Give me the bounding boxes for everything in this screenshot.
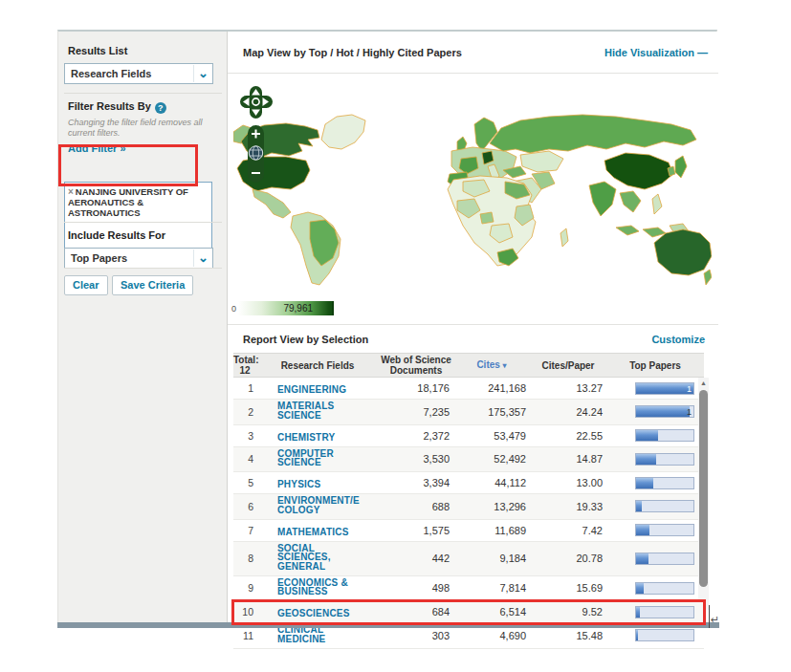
research-field-link[interactable]: MATERIALS SCIENCE xyxy=(277,401,334,420)
row-top-papers-cell xyxy=(606,629,704,641)
top-papers-bar xyxy=(635,477,694,489)
row-top-papers-cell xyxy=(606,453,704,466)
remove-filter-icon[interactable]: × xyxy=(68,186,74,197)
table-row: 9ECONOMICS & BUSINESS4987,81415.69 xyxy=(233,576,704,602)
save-criteria-button[interactable]: Save Criteria xyxy=(112,275,193,295)
top-papers-header: Top Papers xyxy=(606,360,704,371)
compass-pan-control xyxy=(240,86,273,119)
cursor-beam xyxy=(709,605,710,628)
row-cites-per-paper-value: 15.48 xyxy=(530,630,606,641)
divider xyxy=(228,324,718,325)
cites-sort-header[interactable]: Cites ▾ xyxy=(453,359,530,371)
zoom-control xyxy=(248,125,264,183)
row-top-papers-cell xyxy=(606,429,704,442)
top-papers-bar xyxy=(635,500,694,512)
row-cites-per-paper-value: 9.52 xyxy=(530,606,606,618)
scroll-up-icon[interactable]: ▲ xyxy=(698,379,709,386)
text-cursor-artifact: ↵ xyxy=(709,605,728,632)
research-fields-header: Research Fields xyxy=(256,360,379,371)
clear-button[interactable]: Clear xyxy=(64,275,108,295)
legend-min-label: 0 xyxy=(231,304,236,314)
research-field-link[interactable]: CHEMISTRY xyxy=(277,433,335,443)
row-cites-value: 7,814 xyxy=(453,582,530,594)
row-documents-value: 1,575 xyxy=(379,525,453,536)
top-papers-bar-fill xyxy=(636,607,640,618)
research-field-link[interactable]: ENVIRONMENT/E COLOGY xyxy=(277,496,360,514)
table-row: 7MATHEMATICS1,57511,6897.42 xyxy=(233,520,704,542)
top-papers-bar-fill xyxy=(636,454,656,465)
filter-results-by-label: Filter Results By? xyxy=(68,100,166,114)
row-cites-value: 13,296 xyxy=(453,501,530,512)
row-documents-value: 3,394 xyxy=(379,477,453,488)
vertical-scrollbar[interactable]: ▲ ▼ xyxy=(698,378,709,610)
row-cites-value: 4,690 xyxy=(453,630,530,641)
map-view-title: Map View by Top / Hot / Highly Cited Pap… xyxy=(243,47,462,58)
row-field-cell: COMPUTER SCIENCE xyxy=(256,449,379,470)
row-cites-per-paper-value: 22.55 xyxy=(530,430,606,442)
research-field-link[interactable]: COMPUTER SCIENCE xyxy=(277,449,334,467)
top-papers-bar-fill xyxy=(636,430,658,441)
table-row: 5PHYSICS3,39444,11213.00 xyxy=(233,472,704,494)
row-top-papers-cell xyxy=(606,477,704,489)
row-documents-value: 303 xyxy=(379,630,453,641)
research-field-link[interactable]: SOCIAL SCIENCES, GENERAL xyxy=(277,544,331,572)
row-cites-value: 11,689 xyxy=(453,525,530,536)
map-controls[interactable] xyxy=(237,85,275,186)
top-papers-bar-fill xyxy=(636,553,648,564)
row-cites-value: 52,492 xyxy=(453,453,530,465)
row-rank: 2 xyxy=(233,406,256,418)
row-cites-per-paper-value: 15.69 xyxy=(530,582,606,594)
row-rank: 8 xyxy=(233,553,256,564)
divider xyxy=(64,222,222,223)
row-rank: 7 xyxy=(233,525,256,536)
top-papers-bar xyxy=(635,582,694,595)
research-field-link[interactable]: ENGINEERING xyxy=(277,385,346,395)
table-row: 8SOCIAL SCIENCES, GENERAL4429,18420.78 xyxy=(233,542,704,576)
row-cites-per-paper-value: 20.78 xyxy=(530,553,606,564)
results-list-select[interactable]: Research Fields ⌄ xyxy=(64,63,213,84)
active-filter-text: NANJING UNIVERSITY OF AERONAUTICS & ASTR… xyxy=(68,186,188,218)
row-field-cell: ECONOMICS & BUSINESS xyxy=(256,578,379,599)
top-papers-bar-fill xyxy=(636,501,642,511)
row-documents-value: 3,530 xyxy=(379,453,453,465)
row-field-cell: MATERIALS SCIENCE xyxy=(256,401,379,423)
row-top-papers-cell xyxy=(606,582,704,595)
row-documents-value: 2,372 xyxy=(379,430,453,442)
legend-gradient-bar: 79,961 xyxy=(238,301,334,315)
top-papers-bar xyxy=(635,553,694,565)
row-cites-value: 241,168 xyxy=(453,382,530,394)
table-row: 3CHEMISTRY2,37253,47922.55 xyxy=(233,425,704,447)
research-field-link[interactable]: ECONOMICS & BUSINESS xyxy=(277,578,348,596)
research-field-link[interactable]: GEOSCIENCES xyxy=(277,609,350,618)
row-cites-per-paper-value: 7.42 xyxy=(530,525,606,536)
include-results-label: Include Results For xyxy=(68,229,165,241)
documents-header: Web of Science Documents xyxy=(379,355,453,376)
row-field-cell: CHEMISTRY xyxy=(256,427,379,444)
top-papers-bar-fill xyxy=(636,583,644,594)
return-mark: ↵ xyxy=(711,614,719,626)
row-field-cell: PHYSICS xyxy=(256,474,379,491)
row-documents-value: 688 xyxy=(379,501,453,512)
cites-per-paper-header: Cites/Paper xyxy=(530,360,606,371)
hide-visualization-link[interactable]: Hide Visualization — xyxy=(604,47,707,58)
add-filter-link[interactable]: Add Filter » xyxy=(68,142,126,154)
vertical-scrollbar-thumb[interactable] xyxy=(699,390,708,587)
world-map[interactable] xyxy=(233,82,712,291)
active-filter-item[interactable]: ×NANJING UNIVERSITY OF AERONAUTICS & AST… xyxy=(68,186,209,218)
research-field-link[interactable]: PHYSICS xyxy=(277,480,320,489)
row-rank: 4 xyxy=(233,453,256,465)
row-top-papers-cell: 1 xyxy=(606,405,704,418)
help-icon[interactable]: ? xyxy=(155,102,166,114)
research-field-link[interactable]: MATHEMATICS xyxy=(277,528,349,537)
table-row: 1ENGINEERING18,176241,16813.271 xyxy=(233,378,704,400)
customize-link[interactable]: Customize xyxy=(651,334,705,345)
top-papers-bar-fill xyxy=(636,383,693,394)
table-row: 4COMPUTER SCIENCE3,53052,49214.87 xyxy=(233,447,704,473)
row-cites-value: 9,184 xyxy=(453,553,530,564)
include-results-select[interactable]: Top Papers ⌄ xyxy=(64,248,213,269)
row-cites-per-paper-value: 13.27 xyxy=(530,382,606,394)
row-rank: 1 xyxy=(233,382,256,394)
row-cites-value: 44,112 xyxy=(453,477,530,488)
table-row-highlighted: 10GEOSCIENCES6846,5149.52 xyxy=(233,601,704,623)
top-papers-bar-fill xyxy=(636,406,690,417)
